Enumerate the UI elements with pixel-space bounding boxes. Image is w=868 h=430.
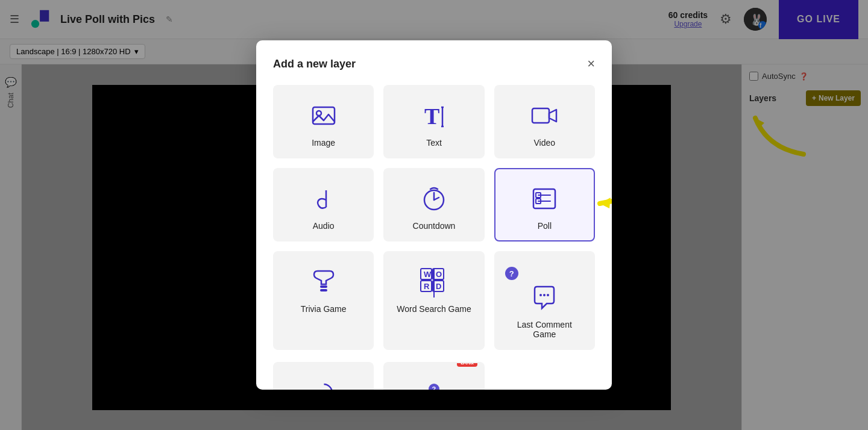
layer-card-text[interactable]: T Text (383, 85, 484, 158)
lastcomment-header: ? (505, 267, 584, 275)
svg-rect-7 (313, 107, 335, 124)
modal-overlay: Add a new layer × Image T (0, 0, 868, 430)
partial-icon-1 (312, 378, 336, 390)
svg-text:T: T (424, 104, 439, 129)
wordsearch-icon: W O R D (418, 267, 450, 297)
poll-icon (530, 184, 559, 214)
svg-point-34 (543, 294, 546, 296)
svg-text:W: W (424, 270, 432, 279)
svg-point-35 (547, 294, 549, 296)
layer-card-wordsearch[interactable]: W O R D Word Search Game (383, 251, 484, 350)
countdown-label: Countdown (413, 221, 456, 231)
poll-label: Poll (538, 221, 552, 231)
wordict-q-icon: ? (429, 384, 439, 390)
modal-title: Add a new layer (273, 58, 356, 70)
layer-grid-partial: Beta ? W O R D I C T (273, 362, 595, 390)
layer-grid: Image T Text (273, 85, 595, 362)
text-label: Text (426, 138, 442, 148)
image-label: Image (312, 138, 335, 148)
svg-text:R: R (424, 282, 430, 291)
countdown-icon (420, 184, 448, 214)
lastcomment-label: Last Comment Game (505, 320, 584, 339)
svg-rect-13 (532, 108, 549, 123)
modal-close-button[interactable]: × (587, 57, 595, 70)
wordsearch-label: Word Search Game (397, 304, 471, 314)
question-circle: ? (505, 267, 518, 280)
layer-card-countdown[interactable]: Countdown (383, 168, 484, 241)
layer-card-partial-1[interactable] (273, 362, 374, 390)
beta-badge: Beta (457, 362, 477, 367)
wordict-tiles: ? (429, 384, 439, 390)
layer-card-image[interactable]: Image (273, 85, 374, 158)
svg-point-36 (315, 384, 332, 390)
add-layer-modal: Add a new layer × Image T (256, 40, 612, 390)
video-icon (530, 101, 559, 131)
lastcomment-icon (530, 282, 559, 313)
audio-icon (309, 184, 338, 214)
modal-header: Add a new layer × (273, 57, 595, 70)
trivia-label: Trivia Game (301, 304, 347, 314)
layer-card-wordict[interactable]: Beta ? W O R D I C T (383, 362, 484, 390)
svg-rect-22 (320, 289, 327, 291)
empty-cell (494, 362, 595, 390)
video-label: Video (534, 138, 556, 148)
layer-card-video[interactable]: Video (494, 85, 595, 158)
layer-card-lastcomment[interactable]: ? Last Comment Game (494, 251, 595, 350)
svg-marker-20 (600, 198, 611, 208)
audio-label: Audio (313, 221, 335, 231)
svg-rect-21 (320, 285, 327, 288)
text-icon: T (420, 101, 448, 131)
layer-card-poll[interactable]: Poll (494, 168, 595, 241)
image-icon (309, 101, 338, 131)
svg-text:D: D (436, 282, 441, 291)
poll-arrow-annotation (594, 185, 612, 224)
layer-card-audio[interactable]: Audio (273, 168, 374, 241)
svg-point-33 (539, 294, 542, 296)
trivia-icon (309, 267, 338, 297)
layer-card-trivia[interactable]: Trivia Game (273, 251, 374, 350)
svg-text:O: O (436, 270, 442, 279)
